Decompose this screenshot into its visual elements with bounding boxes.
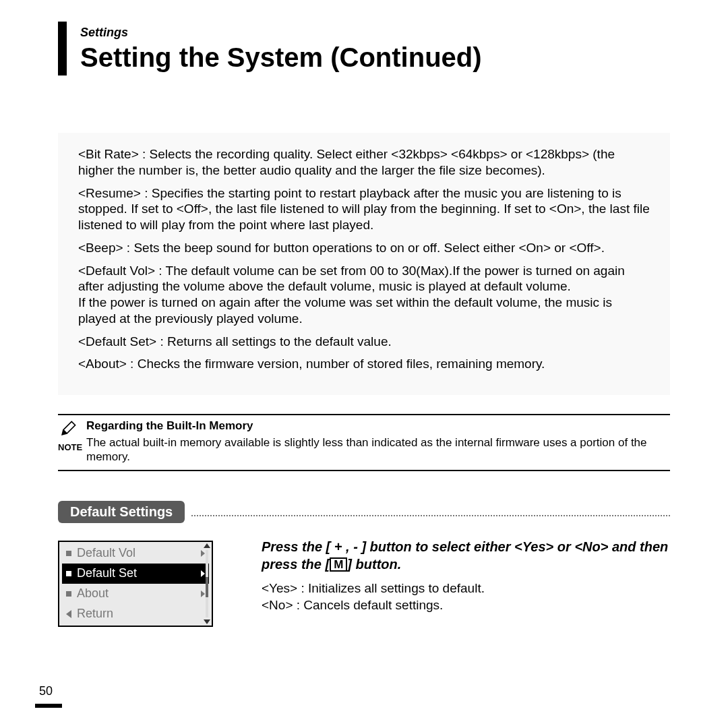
- page-title-main: Setting the System: [80, 42, 330, 72]
- def-default-vol: <Default Vol> : The default volume can b…: [78, 263, 650, 327]
- note-text: The actual built-in memory available is …: [86, 435, 670, 464]
- dotted-rule: [191, 515, 670, 516]
- scrollbar: [204, 543, 210, 624]
- square-bullet-icon: [66, 591, 71, 597]
- scroll-up-icon: [204, 543, 210, 548]
- page-number: 50: [39, 684, 53, 698]
- square-bullet-icon: [66, 571, 71, 576]
- menu-item-default-vol: Default Vol: [62, 543, 209, 564]
- m-button-icon: M: [330, 557, 347, 572]
- pencil-icon: [59, 429, 78, 440]
- menu-item-label: Default Vol: [77, 546, 201, 560]
- menu-item-about: About: [62, 584, 209, 604]
- instruction-heading: Press the [ + , - ] button to select eit…: [262, 538, 670, 573]
- menu-item-label: Default Set: [77, 566, 201, 580]
- def-default-set: <Default Set> : Returns all settings to …: [78, 334, 650, 350]
- instruction-text-c: ] button.: [347, 557, 401, 572]
- menu-item-return: Return: [62, 604, 209, 624]
- scroll-thumb: [206, 577, 208, 597]
- def-bit-rate: <Bit Rate> : Selects the recording quali…: [78, 146, 650, 179]
- instruction-text-a: Press the [ + , - ] button to select eit…: [262, 539, 668, 572]
- square-bullet-icon: [66, 551, 71, 556]
- def-about: <About> : Checks the firmware version, n…: [78, 356, 650, 372]
- menu-item-label: About: [77, 586, 201, 601]
- scroll-down-icon: [204, 619, 210, 624]
- instruction-no: <No> : Cancels default settings.: [262, 597, 670, 614]
- device-screenshot: Default Vol Default Set About Return: [58, 541, 213, 627]
- menu-item-label: Return: [77, 607, 205, 621]
- left-accent-bar: [58, 22, 67, 75]
- scroll-track: [206, 550, 208, 617]
- section-title: Default Settings: [58, 501, 185, 523]
- breadcrumb: Settings: [80, 26, 670, 40]
- section-header: Default Settings: [58, 501, 670, 523]
- menu-item-default-set: Default Set: [62, 564, 209, 584]
- page-title: Setting the System (Continued): [80, 42, 670, 72]
- page-title-continued: (Continued): [330, 42, 481, 72]
- note-title: Regarding the Built-In Memory: [86, 419, 670, 433]
- note-icon-column: NOTE: [58, 419, 78, 452]
- definitions-box: <Bit Rate> : Selects the recording quali…: [58, 133, 670, 395]
- triangle-left-icon: [66, 610, 71, 618]
- instruction-yes: <Yes> : Initializes all settings to defa…: [262, 580, 670, 597]
- note-label: NOTE: [58, 442, 78, 452]
- page-number-bar: [35, 704, 62, 708]
- note-block: NOTE Regarding the Built-In Memory The a…: [58, 414, 670, 471]
- def-resume: <Resume> : Specifies the starting point …: [78, 185, 650, 233]
- def-beep: <Beep> : Sets the beep sound for button …: [78, 240, 650, 256]
